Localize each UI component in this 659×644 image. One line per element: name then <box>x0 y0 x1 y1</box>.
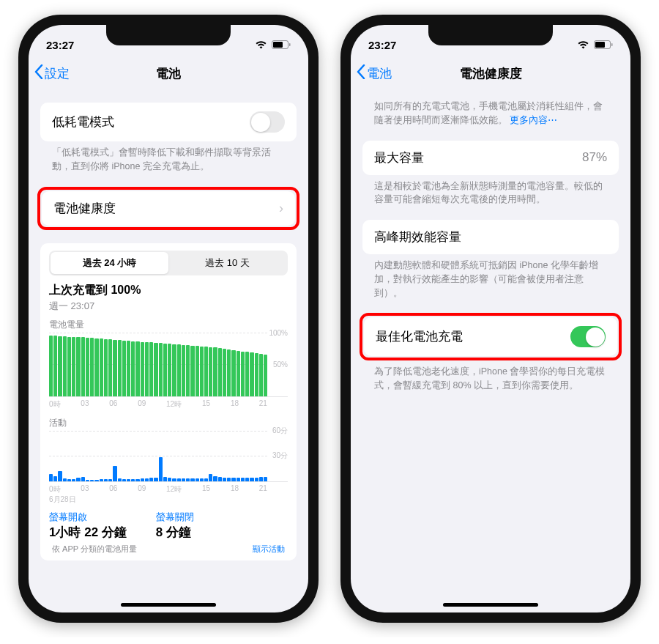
y-label: 60分 <box>272 426 288 436</box>
x-tick: 12時 <box>166 484 182 495</box>
chart-bar <box>94 480 98 481</box>
chart-bar <box>264 477 267 481</box>
x-tick: 06 <box>109 399 117 410</box>
chart-bar <box>223 478 226 481</box>
chart-bar <box>190 478 194 481</box>
chart-bar <box>58 471 62 481</box>
activity-chart: 60分 30分 <box>49 431 288 482</box>
chart-bar <box>81 337 85 396</box>
seg-last10d[interactable]: 過去 10 天 <box>168 252 286 274</box>
chart-bar <box>218 348 222 396</box>
chart-bar <box>81 477 85 481</box>
x-tick: 15 <box>202 399 210 410</box>
cutoff-left: 依 APP 分類的電池用量 <box>52 544 137 555</box>
chart-bar <box>259 477 263 481</box>
chart-bar <box>255 353 258 396</box>
x-tick: 18 <box>231 399 239 410</box>
chart-bar <box>259 354 263 396</box>
svg-rect-2 <box>289 43 291 46</box>
x-tick: 0時 <box>49 399 61 410</box>
chart-bar <box>154 343 157 396</box>
nav-bar: 設定 電池 <box>29 57 308 89</box>
screen-off-label: 螢幕關閉 <box>156 511 194 524</box>
optimized-charging-row[interactable]: 最佳化電池充電 <box>364 317 617 356</box>
chart-bar <box>67 337 71 396</box>
svg-rect-1 <box>273 42 283 48</box>
chart-bar <box>159 343 163 396</box>
chart-bar <box>86 338 89 396</box>
chart-bar <box>204 347 208 396</box>
x-tick: 18 <box>231 484 239 495</box>
back-button[interactable]: 設定 <box>34 64 70 83</box>
chart-bar <box>63 478 67 481</box>
chart-bar <box>86 480 89 481</box>
chevron-left-icon <box>34 64 43 83</box>
seg-last24h[interactable]: 過去 24 小時 <box>51 252 168 274</box>
status-time: 23:27 <box>368 39 396 51</box>
chart-bar <box>131 479 135 481</box>
learn-more-link[interactable]: 更多內容⋯ <box>510 115 557 125</box>
battery-icon <box>272 39 291 51</box>
chart-bar <box>213 347 217 396</box>
low-power-mode-row[interactable]: 低耗電模式 <box>40 103 297 141</box>
chart-bar <box>67 479 71 481</box>
chart-bar <box>118 478 122 481</box>
peak-performance-label: 高峰期效能容量 <box>374 229 461 245</box>
x-tick: 0時 <box>49 484 61 495</box>
chart-bar <box>145 342 149 396</box>
notch <box>428 25 553 45</box>
segmented-control[interactable]: 過去 24 小時 過去 10 天 <box>49 251 288 275</box>
chart-bar <box>213 476 217 481</box>
chart-bar <box>135 341 139 396</box>
chart-bar <box>241 478 245 481</box>
chart-bar <box>104 339 108 396</box>
chart-bar <box>209 474 212 481</box>
back-button[interactable]: 電池 <box>357 64 392 83</box>
chart-bar <box>182 345 185 396</box>
chart-bar <box>200 347 204 396</box>
chart-bar <box>90 480 94 481</box>
x-tick: 12時 <box>166 399 182 410</box>
low-power-footer: 「低耗電模式」會暫時降低下載和郵件擷取等背景活動，直到你將 iPhone 完全充… <box>29 141 308 174</box>
y-label: 100% <box>269 328 288 336</box>
back-label: 電池 <box>367 65 392 82</box>
peak-performance-row: 高峰期效能容量 <box>362 220 619 254</box>
low-power-toggle[interactable] <box>250 111 285 133</box>
chart-bar <box>72 337 75 396</box>
home-indicator[interactable] <box>443 603 538 607</box>
chart-bar <box>113 340 116 396</box>
intro-footer: 如同所有的充電式電池，手機電池屬於消耗性組件，會隨著使用時間而逐漸降低效能。 更… <box>351 89 630 127</box>
optimized-charging-toggle[interactable] <box>570 326 606 347</box>
phone-left: 23:27 設定 電池 低耗電模式 「低耗電模式」會暫時降低下載和 <box>18 15 319 623</box>
battery-level-chart: 100% 50% <box>49 333 288 397</box>
low-power-label: 低耗電模式 <box>52 114 114 130</box>
max-capacity-footer: 這是相較於電池為全新狀態時測量的電池容量。較低的容量可能會縮短每次充電後的使用時… <box>351 175 630 207</box>
x-tick: 21 <box>259 399 267 410</box>
battery-health-label: 電池健康度 <box>53 200 116 217</box>
chart-bar <box>135 479 139 481</box>
activity-date: 6月28日 <box>49 495 288 505</box>
page-title: 電池 <box>156 65 181 82</box>
chart-bar <box>177 344 181 396</box>
battery-health-row[interactable]: 電池健康度 › <box>42 191 295 226</box>
chart-bar <box>100 479 103 481</box>
wifi-icon <box>255 39 267 51</box>
chart-bar <box>250 478 253 481</box>
home-indicator[interactable] <box>121 603 216 607</box>
chart-bar <box>76 337 80 396</box>
last-charge-sub: 週一 23:07 <box>49 300 288 313</box>
battery-chart-label: 電池電量 <box>49 319 288 331</box>
chart-bar <box>122 341 126 396</box>
chart-bar <box>49 336 53 396</box>
chart-bar <box>237 351 240 396</box>
x-tick: 03 <box>81 484 89 495</box>
notch <box>106 25 231 45</box>
chart-bar <box>100 338 103 396</box>
chart-bar <box>63 336 67 396</box>
chart-bar <box>163 344 167 396</box>
chart-bar <box>127 341 130 396</box>
battery-icon <box>594 39 613 51</box>
chart-bar <box>227 478 231 481</box>
chart-bar <box>90 338 94 396</box>
cutoff-right[interactable]: 顯示活動 <box>253 544 285 555</box>
